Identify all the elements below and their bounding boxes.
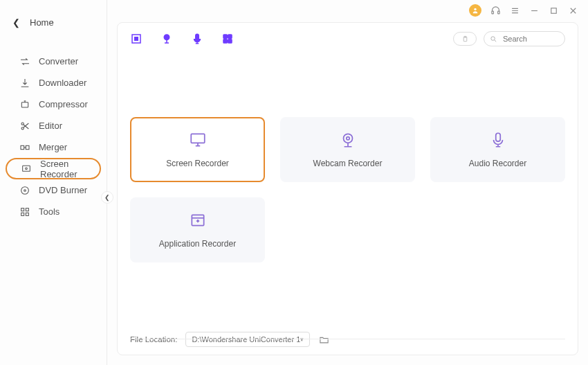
collapse-sidebar-icon[interactable]: ❮ xyxy=(101,191,113,204)
compressor-icon xyxy=(19,99,30,110)
search-box[interactable] xyxy=(484,31,565,46)
svg-point-29 xyxy=(343,134,352,143)
avatar-icon[interactable] xyxy=(469,4,481,17)
mode-webcam-icon[interactable] xyxy=(160,33,173,45)
converter-icon xyxy=(19,56,30,67)
sidebar-item-compressor[interactable]: Compressor xyxy=(6,94,101,115)
headset-icon[interactable] xyxy=(490,5,501,16)
search-icon xyxy=(490,35,497,43)
sidebar-item-label: Editor xyxy=(39,121,62,131)
toolbar xyxy=(118,23,578,55)
sidebar-item-converter[interactable]: Converter xyxy=(6,51,101,72)
svg-rect-28 xyxy=(191,134,205,143)
recorder-grid: Screen Recorder Webcam Recorder Audio Re… xyxy=(118,55,578,324)
svg-rect-21 xyxy=(223,35,227,38)
mode-audio-icon[interactable] xyxy=(191,33,203,45)
download-icon xyxy=(19,78,30,89)
sidebar-item-dvd-burner[interactable]: DVD Burner xyxy=(6,179,101,201)
sidebar-item-label: Downloader xyxy=(39,78,86,88)
svg-rect-3 xyxy=(21,145,24,149)
svg-point-7 xyxy=(21,186,29,194)
card-audio-recorder[interactable]: Audio Recorder xyxy=(430,117,565,182)
mode-screen-icon[interactable] xyxy=(130,33,143,45)
card-label: Audio Recorder xyxy=(469,159,526,168)
microphone-icon xyxy=(489,131,507,149)
sidebar-item-label: Tools xyxy=(39,206,59,217)
svg-rect-11 xyxy=(21,213,24,215)
svg-point-8 xyxy=(24,189,26,191)
mode-app-icon[interactable] xyxy=(221,33,234,45)
footer-divider xyxy=(130,339,565,339)
svg-rect-24 xyxy=(228,39,232,43)
svg-rect-10 xyxy=(26,208,28,211)
svg-rect-22 xyxy=(228,35,232,38)
sidebar-item-label: Converter xyxy=(39,56,78,66)
toolbar-left xyxy=(130,33,234,45)
sidebar-item-label: DVD Burner xyxy=(39,185,87,195)
search-input[interactable] xyxy=(502,34,557,44)
close-icon[interactable] xyxy=(567,5,578,16)
merger-icon xyxy=(19,142,30,153)
svg-point-2 xyxy=(21,127,24,129)
monitor-icon xyxy=(189,131,207,149)
sidebar-item-merger[interactable]: Merger xyxy=(6,136,101,158)
svg-point-6 xyxy=(26,168,28,170)
sidebar-item-editor[interactable]: Editor xyxy=(6,115,101,136)
clipboard-button[interactable] xyxy=(453,32,477,46)
card-screen-recorder[interactable]: Screen Recorder xyxy=(130,117,265,182)
screen-recorder-icon xyxy=(21,163,32,175)
svg-point-19 xyxy=(164,35,169,40)
card-label: Webcam Recorder xyxy=(313,159,383,168)
sidebar-item-label: Compressor xyxy=(39,99,88,109)
home-row[interactable]: ❮ Home xyxy=(0,7,107,38)
svg-rect-4 xyxy=(26,145,29,149)
svg-rect-15 xyxy=(497,11,499,14)
main-area: Screen Recorder Webcam Recorder Audio Re… xyxy=(107,0,588,365)
svg-rect-23 xyxy=(223,39,227,43)
scissors-icon xyxy=(19,121,30,132)
card-webcam-recorder[interactable]: Webcam Recorder xyxy=(280,117,415,182)
sidebar-item-label: Merger xyxy=(39,142,67,152)
svg-point-30 xyxy=(346,137,349,140)
sidebar: ❮ Home Converter Downloader Compres xyxy=(0,0,107,365)
svg-rect-12 xyxy=(26,213,28,215)
grid-icon xyxy=(19,206,30,217)
app-root: ❮ Home Converter Downloader Compres xyxy=(0,0,588,365)
card-application-recorder[interactable]: Application Recorder xyxy=(130,197,265,262)
svg-point-1 xyxy=(21,123,24,125)
home-label: Home xyxy=(30,17,54,28)
svg-rect-9 xyxy=(21,208,24,211)
webcam-icon xyxy=(339,131,357,149)
sidebar-item-screen-recorder[interactable]: Screen Recorder xyxy=(6,158,101,179)
svg-rect-31 xyxy=(495,133,500,141)
svg-point-27 xyxy=(491,36,495,40)
toolbar-right xyxy=(453,31,565,46)
card-label: Screen Recorder xyxy=(166,159,229,168)
svg-rect-5 xyxy=(23,166,30,171)
sidebar-item-label: Screen Recorder xyxy=(40,159,100,179)
svg-rect-14 xyxy=(491,11,493,14)
menu-icon[interactable] xyxy=(509,5,520,16)
svg-rect-18 xyxy=(135,37,138,41)
sidebar-item-downloader[interactable]: Downloader xyxy=(6,72,101,94)
window-icon xyxy=(189,211,207,229)
file-location-select[interactable]: D:\Wondershare UniConverter 1 ▾ xyxy=(185,332,310,347)
maximize-icon[interactable] xyxy=(548,5,559,16)
svg-rect-16 xyxy=(551,8,556,13)
file-location-label: File Location: xyxy=(130,335,177,344)
open-folder-button[interactable] xyxy=(318,334,329,345)
sidebar-item-tools[interactable]: Tools xyxy=(6,201,101,222)
svg-rect-0 xyxy=(21,102,28,107)
back-icon[interactable]: ❮ xyxy=(12,17,20,28)
content-panel: Screen Recorder Webcam Recorder Audio Re… xyxy=(117,22,578,355)
file-location-path: D:\Wondershare UniConverter 1 xyxy=(192,335,300,344)
disc-icon xyxy=(19,185,30,196)
footer: File Location: D:\Wondershare UniConvert… xyxy=(118,324,578,355)
card-label: Application Recorder xyxy=(159,239,236,249)
svg-point-13 xyxy=(474,8,476,10)
nav-list: Converter Downloader Compressor Editor xyxy=(0,51,107,222)
titlebar xyxy=(107,0,588,21)
chevron-down-icon: ▾ xyxy=(300,336,304,343)
minimize-icon[interactable] xyxy=(529,5,540,16)
